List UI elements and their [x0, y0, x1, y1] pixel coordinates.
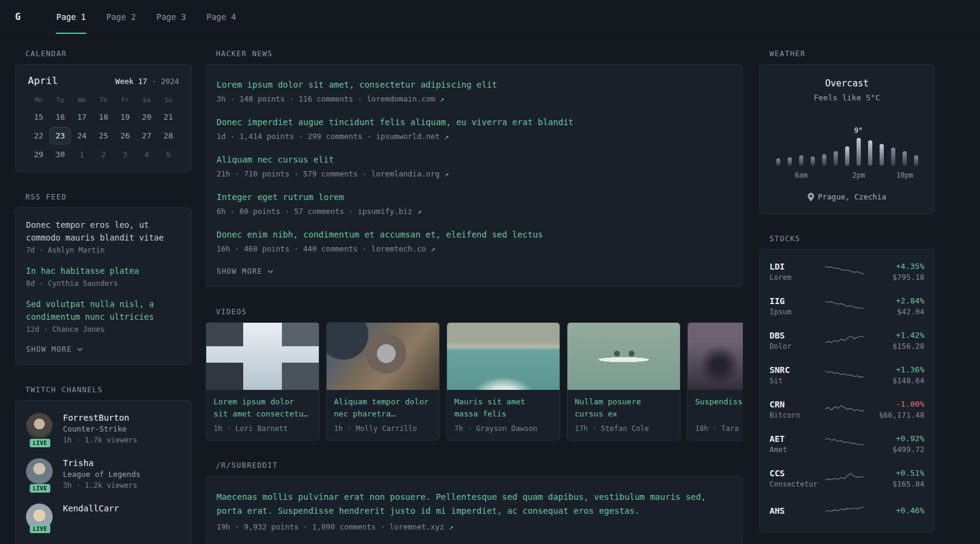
calendar-day: 30: [50, 146, 71, 163]
video-title[interactable]: Suspendisse diam: [695, 396, 743, 420]
rss-item-title[interactable]: Donec tempor eros leo, ut commodo mauris…: [26, 219, 181, 244]
twitch-avatar-wrap: LIVE: [26, 504, 54, 530]
weather-location-text: Prague, Czechia: [818, 192, 886, 201]
external-link-icon: ↗: [444, 132, 449, 141]
rss-item[interactable]: In hac habitasse platea 8d · Cynthia Sau…: [26, 265, 181, 288]
video-card-body: Nullam posuere cursus ex 17h · Stefan Co…: [567, 390, 680, 440]
left-column: CALENDAR April Week 17 · 2024 MoTuWeThFr…: [15, 50, 192, 544]
hackernews-story-title[interactable]: Donec enim nibh, condimentum et accumsan…: [217, 228, 732, 241]
video-card[interactable]: Suspendisse diam 18h · Tara: [687, 322, 743, 441]
subreddit-post-meta: 19h · 9,932 points · 1,090 comments · lo…: [217, 522, 732, 531]
video-card[interactable]: Nullam posuere cursus ex 17h · Stefan Co…: [567, 322, 681, 441]
hackernews-show-more-label: SHOW MORE: [217, 267, 263, 276]
twitch-channel[interactable]: LIVE KendallCarr: [26, 504, 181, 530]
hackernews-story-meta-text: 1d · 1,414 points · 299 comments · ipsum…: [217, 132, 444, 141]
rss-item-meta: 12d · Chance Jones: [26, 325, 181, 334]
weather-feels-like: Feels like 5°C: [772, 93, 922, 102]
hackernews-story-title[interactable]: Donec imperdiet augue tincidunt felis al…: [217, 116, 732, 129]
rss-item-title[interactable]: In hac habitasse platea: [26, 265, 181, 277]
subreddit-section: /R/SUBREDDIT Maecenas mollis pulvinar er…: [206, 461, 743, 544]
external-link-icon: ↗: [417, 207, 422, 216]
calendar-day: 23: [50, 127, 71, 144]
page-tab[interactable]: Page 2: [98, 0, 145, 34]
twitch-channel-meta: 1h · 1.7k viewers: [63, 436, 137, 444]
video-title[interactable]: Nullam posuere cursus ex: [575, 396, 673, 420]
subreddit-post-title[interactable]: Maecenas mollis pulvinar erat non posuer…: [217, 490, 732, 517]
stock-price: $148.64: [892, 376, 924, 385]
twitch-channel-name[interactable]: KendallCarr: [63, 504, 119, 513]
stock-row[interactable]: AET Amet +0.92% $499.72: [769, 427, 924, 461]
chevron-down-icon: [77, 348, 83, 351]
stock-row[interactable]: AHS +0.46%: [769, 496, 924, 527]
calendar-day: 22: [28, 127, 50, 144]
video-meta: 7h · Grayson Dawson: [454, 424, 552, 433]
video-card[interactable]: Mauris sit amet massa felis 7h · Grayson…: [446, 322, 560, 441]
weather-temperature-chart: 9°: [772, 118, 922, 166]
stock-row[interactable]: IIG Ipsum +2.84% $42.04: [769, 289, 924, 323]
twitch-channel[interactable]: LIVE Trisha League of Legends 3h · 1.2k …: [26, 458, 181, 490]
stock-price: $499.72: [892, 445, 924, 454]
rss-item-title[interactable]: Sed volutpat nulla nisl, a condimentum n…: [26, 298, 181, 323]
video-meta: 1h · Lori Barnett: [214, 424, 312, 433]
calendar-weekday-row: MoTuWeThFrSaSu: [28, 96, 179, 103]
stock-row[interactable]: SNRC Sit +1.36% $148.64: [769, 358, 924, 392]
hackernews-story-title[interactable]: Integer eget rutrum lorem: [217, 191, 732, 204]
twitch-channel-info: ForrestBurton Counter-Strike 1h · 1.7k v…: [63, 413, 137, 444]
weather-bar: [868, 140, 872, 166]
stock-values: +0.51% $165.84: [892, 468, 924, 488]
stock-identity: IIG Ipsum: [769, 296, 825, 316]
video-title[interactable]: Lorem ipsum dolor sit amet consectetu…: [214, 396, 312, 420]
app-logo[interactable]: G: [15, 11, 33, 22]
rss-item[interactable]: Donec tempor eros leo, ut commodo mauris…: [26, 219, 181, 254]
rss-item[interactable]: Sed volutpat nulla nisl, a condimentum n…: [26, 298, 181, 334]
stock-row[interactable]: LDI Lorem +4.35% $795.18: [769, 254, 924, 289]
calendar-day: 29: [28, 146, 50, 163]
stock-symbol: DBS: [769, 331, 825, 340]
hackernews-story-meta-text: 16h · 468 points · 440 comments · loremt…: [217, 244, 431, 253]
rss-show-more-button[interactable]: SHOW MORE: [26, 344, 83, 355]
twitch-channel-name[interactable]: Trisha: [63, 458, 140, 468]
weather-bar: [914, 155, 918, 166]
calendar-section: CALENDAR April Week 17 · 2024 MoTuWeThFr…: [15, 50, 192, 172]
twitch-channel[interactable]: LIVE ForrestBurton Counter-Strike 1h · 1…: [26, 413, 181, 444]
hackernews-story-meta: 1d · 1,414 points · 299 comments · ipsum…: [217, 132, 732, 141]
stock-row[interactable]: CRN Bitcorn -1.00% $66,171.48: [769, 392, 924, 427]
calendar-weekday: Mo: [28, 96, 50, 103]
weather-time-label: 2pm: [852, 171, 865, 180]
weather-bar-slot: [811, 157, 815, 166]
video-card[interactable]: Aliquam tempor dolor nec pharetra… 1h · …: [326, 322, 440, 441]
stock-row[interactable]: CCS Consectetur +0.51% $165.84: [769, 461, 924, 496]
weather-location: Prague, Czechia: [772, 192, 922, 201]
stock-percent-change: +4.35%: [892, 262, 924, 271]
hackernews-story: Donec imperdiet augue tincidunt felis al…: [217, 116, 732, 141]
stocks-section-title: STOCKS: [769, 235, 935, 243]
stock-price: $66,171.48: [879, 410, 924, 419]
video-title[interactable]: Mauris sit amet massa felis: [454, 396, 552, 420]
calendar-day: 3: [114, 146, 136, 163]
twitch-channel-name[interactable]: ForrestBurton: [63, 413, 137, 423]
calendar-week-year: Week 17 · 2024: [116, 77, 179, 86]
hackernews-story-meta: 16h · 468 points · 440 comments · loremt…: [217, 244, 732, 253]
subreddit-section-title: /R/SUBREDDIT: [216, 461, 743, 470]
hackernews-story-meta: 21h · 710 points · 579 comments · loreml…: [217, 169, 732, 178]
hackernews-story-title[interactable]: Aliquam nec cursus elit: [217, 154, 732, 166]
weather-bar-slot: [868, 140, 872, 166]
hackernews-story-meta-text: 6h · 60 points · 57 comments · ipsumify.…: [217, 207, 417, 216]
page-tab[interactable]: Page 4: [198, 0, 244, 34]
page-tab[interactable]: Page 1: [48, 0, 94, 34]
hackernews-story-title[interactable]: Lorem ipsum dolor sit amet, consectetur …: [217, 79, 732, 91]
twitch-channel-list: LIVE ForrestBurton Counter-Strike 1h · 1…: [26, 413, 181, 530]
weather-peak-temp-label: 9°: [854, 126, 863, 135]
video-title[interactable]: Aliquam tempor dolor nec pharetra…: [334, 396, 432, 420]
calendar-day: 24: [71, 127, 93, 144]
twitch-channel-info: KendallCarr: [63, 504, 119, 530]
hackernews-show-more-button[interactable]: SHOW MORE: [217, 266, 273, 277]
calendar-weekday: Sa: [136, 96, 158, 103]
calendar-section-title: CALENDAR: [25, 50, 192, 58]
video-card[interactable]: Lorem ipsum dolor sit amet consectetu… 1…: [206, 322, 319, 441]
weather-bar: [903, 151, 907, 166]
stock-row[interactable]: DBS Dolor +1.42% $156.28: [769, 323, 924, 358]
page-tab[interactable]: Page 3: [148, 0, 195, 34]
stock-percent-change: +0.51%: [892, 468, 924, 478]
hackernews-story-meta-text: 21h · 710 points · 579 comments · loreml…: [217, 169, 444, 178]
